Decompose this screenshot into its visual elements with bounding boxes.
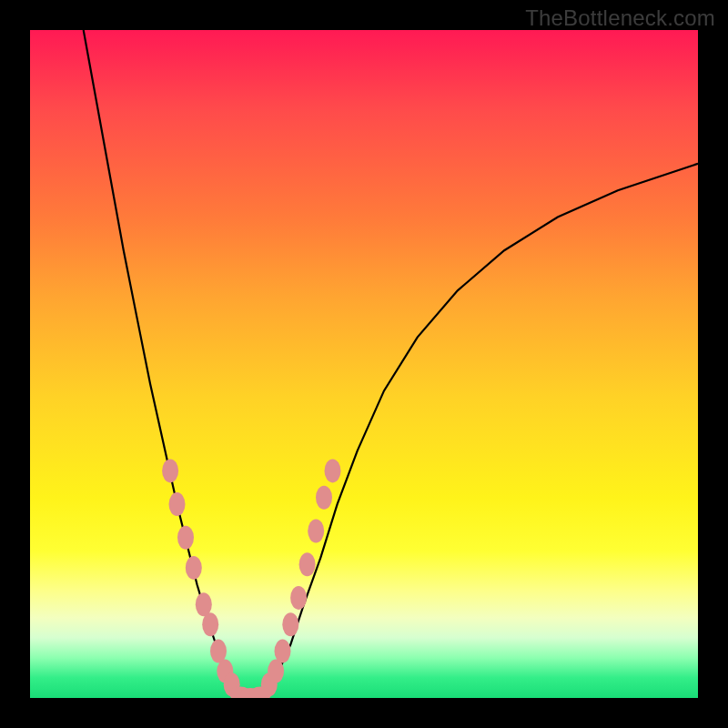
- data-marker: [325, 459, 341, 482]
- right-curve: [264, 164, 698, 695]
- data-marker: [290, 586, 307, 610]
- chart-frame: TheBottleneck.com: [0, 0, 728, 728]
- data-marker: [202, 612, 218, 636]
- plot-area: [30, 30, 698, 698]
- data-marker: [162, 459, 178, 482]
- curve-svg: [30, 30, 698, 698]
- watermark-text: TheBottleneck.com: [525, 5, 715, 31]
- data-marker: [177, 526, 194, 550]
- left-curve: [84, 30, 238, 694]
- data-marker: [316, 486, 332, 510]
- data-marker: [169, 492, 186, 516]
- data-marker: [196, 592, 212, 616]
- data-marker: [308, 520, 324, 543]
- data-marker: [282, 612, 298, 636]
- data-marker: [275, 640, 291, 663]
- data-marker: [186, 556, 202, 580]
- data-marker: [299, 552, 316, 576]
